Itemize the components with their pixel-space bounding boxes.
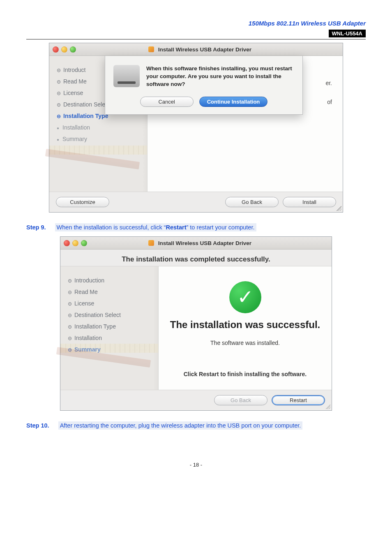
- confirm-sheet: When this software finishes installing, …: [105, 56, 303, 115]
- sidebar-item-summary: Summary: [57, 133, 143, 145]
- product-title: 150Mbps 802.11n Wireless USB Adapter: [249, 20, 366, 27]
- sidebar-item-installation: Installation: [57, 122, 143, 133]
- header-product-line: 150Mbps 802.11n Wireless USB Adapter: [26, 20, 366, 27]
- sheet-message: When this software finishes installing, …: [146, 65, 294, 88]
- sidebar-item-installation: Installation: [68, 332, 154, 344]
- step-9-label: Step 9.: [26, 224, 46, 231]
- customize-button[interactable]: Customize: [56, 197, 109, 207]
- sidebar-item-introduction: Introduction: [68, 275, 154, 286]
- step-10-text: After restarting the computer, plug the …: [58, 421, 303, 430]
- sidebar-item-license: License: [68, 298, 154, 309]
- minimize-icon[interactable]: [72, 240, 78, 246]
- zoom-icon[interactable]: [70, 46, 76, 53]
- text-fragment-of: of: [327, 99, 332, 105]
- close-icon[interactable]: [53, 46, 59, 53]
- go-back-button[interactable]: Go Back: [225, 197, 279, 207]
- model-badge: WNL-U554A: [329, 30, 366, 37]
- minimize-icon[interactable]: [61, 46, 67, 53]
- sidebar-item-readme: Read Me: [68, 286, 154, 298]
- header-divider: [26, 39, 366, 39]
- step-9-text: When the installation is successful, cli…: [55, 223, 256, 231]
- sidebar-item-install-type: Installation Type: [68, 321, 154, 332]
- traffic-lights: [64, 240, 87, 246]
- window-title-label: Install Wireless USB Adapter Driver: [158, 240, 251, 246]
- installer-footer: Go Back Restart: [60, 390, 332, 410]
- installer-footer: Customize Go Back Install: [49, 192, 343, 212]
- sidebar-item-destination: Destination Select: [68, 309, 154, 321]
- close-icon[interactable]: [64, 240, 70, 246]
- restart-button[interactable]: Restart: [272, 395, 325, 405]
- traffic-lights: [53, 46, 76, 53]
- window-title: Install Wireless USB Adapter Driver: [93, 240, 332, 246]
- continue-installation-button[interactable]: Continue Installation: [199, 97, 268, 107]
- package-icon: [148, 240, 154, 246]
- success-heading: The installation was completed successfu…: [60, 250, 332, 266]
- installer-sidebar: Introduction Read Me License Destination…: [60, 266, 158, 390]
- window-title-label: Install Wireless USB Adapter Driver: [158, 46, 251, 53]
- success-note: Click Restart to finish installing the s…: [168, 371, 322, 377]
- resize-grip-icon[interactable]: [325, 404, 330, 409]
- installer-main-pane: ✓ The installation was successful. The s…: [158, 266, 332, 390]
- resize-grip-icon[interactable]: [337, 206, 341, 211]
- cancel-button[interactable]: Cancel: [140, 97, 194, 107]
- go-back-button: Go Back: [214, 395, 267, 405]
- titlebar: Install Wireless USB Adapter Driver: [60, 237, 332, 250]
- step-9-line: Step 9. When the installation is success…: [26, 224, 366, 231]
- titlebar: Install Wireless USB Adapter Driver: [49, 43, 343, 56]
- package-icon: [148, 46, 154, 52]
- success-subtitle: The software was installed.: [168, 340, 322, 346]
- computer-icon: [113, 65, 140, 87]
- installer-window-success: Install Wireless USB Adapter Driver The …: [60, 236, 332, 411]
- page-number: - 18 -: [26, 462, 366, 468]
- text-fragment-er: er.: [325, 80, 332, 86]
- checkmark-icon: ✓: [229, 281, 261, 313]
- installer-window-sheet: Install Wireless USB Adapter Driver Intr…: [49, 43, 343, 213]
- install-button[interactable]: Install: [283, 197, 336, 207]
- step-10-label: Step 10.: [26, 422, 49, 429]
- step-10-line: Step 10. After restarting the computer, …: [26, 422, 366, 429]
- window-title: Install Wireless USB Adapter Driver: [82, 46, 343, 53]
- success-title: The installation was successful.: [168, 319, 322, 331]
- model-badge-row: WNL-U554A: [26, 30, 366, 37]
- zoom-icon[interactable]: [81, 240, 87, 246]
